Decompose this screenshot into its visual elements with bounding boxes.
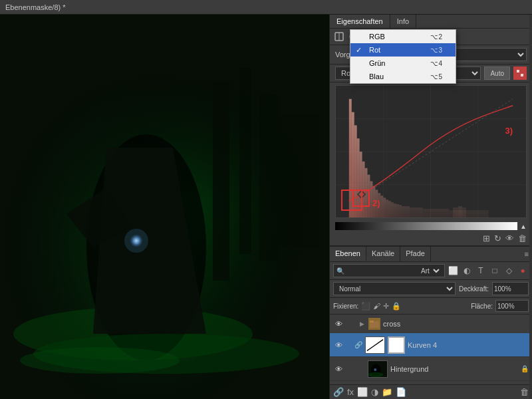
svg-rect-44 [383, 198, 386, 217]
folder-icon [369, 319, 380, 329]
svg-rect-34 [357, 138, 360, 217]
search-icon: 🔍 [336, 267, 344, 275]
layer-item-cross-group[interactable]: 👁 ▶ cross [330, 315, 532, 333]
svg-rect-38 [368, 175, 370, 217]
tab-pfade[interactable]: Pfade [400, 247, 431, 261]
eye-icon-cross[interactable]: 👁 [333, 319, 344, 329]
svg-rect-52 [410, 207, 423, 217]
chain-icon-kurven4[interactable]: 🔗 [354, 341, 362, 348]
svg-rect-40 [372, 186, 375, 217]
add-mask-icon[interactable]: ⬜ [357, 387, 368, 397]
layers-panel-menu[interactable]: ≡ [525, 250, 529, 258]
channel-dropdown[interactable]: RGB ⌥2 ✓ Rot ⌥3 Grün ⌥4 Blau ⌥5 [350, 29, 456, 84]
svg-rect-51 [402, 206, 410, 217]
toggle-filter-btn[interactable]: ● [517, 265, 529, 277]
svg-point-14 [20, 347, 180, 374]
scene-svg [0, 15, 329, 399]
right-panel: Eigenschaften Info RGB ⌥2 ✓ Rot ⌥3 [329, 15, 532, 399]
layers-header: Ebenen Kanäle Pfade ≡ [330, 247, 532, 262]
new-layer-icon[interactable]: 📄 [396, 387, 406, 397]
svg-rect-33 [354, 125, 357, 217]
document-title: Ebenenmaske/8) * [5, 3, 66, 11]
type-filter-btn[interactable]: T [475, 265, 487, 277]
fixieren-row: Fixieren: ⬛ 🖌 ✛ 🔒 Fläche: [330, 298, 532, 315]
svg-rect-57 [462, 207, 466, 217]
dropdown-item-gruen[interactable]: Grün ⌥4 [350, 57, 456, 70]
hintergrund-thumb [368, 360, 387, 378]
delete-layer-icon[interactable]: 🗑 [520, 387, 529, 397]
kind-select[interactable]: Art [417, 264, 442, 277]
svg-rect-63 [370, 321, 374, 323]
svg-rect-39 [370, 182, 372, 217]
lock-transparent-icon[interactable]: ⬛ [361, 302, 370, 311]
svg-rect-55 [453, 207, 458, 217]
blend-mode-select[interactable]: Normal [333, 282, 456, 295]
layer-item-hintergrund[interactable]: 👁 Hintergrund 🔒 [330, 357, 532, 381]
add-effect-icon[interactable]: fx [347, 387, 354, 397]
svg-rect-10 [239, 68, 251, 254]
layer-item-kurven4[interactable]: 👁 🔗 Kurven 4 [330, 333, 532, 357]
opacity-input[interactable] [492, 282, 529, 295]
layer-list: 👁 ▶ cross 👁 🔗 [330, 315, 532, 384]
trash-icon[interactable]: 🗑 [518, 233, 527, 243]
title-bar: Ebenenmaske/8) * [0, 0, 532, 15]
canvas-area [0, 15, 329, 399]
layers-toolbar: 🔍 Art ⬜ ◐ T □ ◇ ● [330, 262, 532, 280]
new-adjustment-icon[interactable]: ◑ [371, 387, 378, 397]
main-layout: Eigenschaften Info RGB ⌥2 ✓ Rot ⌥3 [0, 15, 532, 399]
adjustment-icon[interactable] [333, 31, 345, 43]
svg-point-67 [368, 372, 383, 376]
svg-point-68 [374, 368, 376, 371]
svg-rect-53 [423, 209, 450, 217]
corner-button[interactable] [513, 66, 527, 80]
auto-button[interactable]: Auto [484, 66, 510, 80]
svg-rect-35 [360, 152, 362, 217]
filter-search-input[interactable] [346, 267, 415, 275]
layers-panel: Ebenen Kanäle Pfade ≡ 🔍 Art [330, 247, 532, 399]
curves-editor[interactable]: 1) 2) 3) 4) 5) [335, 85, 527, 218]
lock-move-icon[interactable]: ✛ [383, 302, 389, 311]
layer-name-kurven4: Kurven 4 [408, 341, 529, 349]
refresh-icon[interactable]: ↻ [494, 233, 501, 243]
properties-panel: Eigenschaften Info RGB ⌥2 ✓ Rot ⌥3 [330, 15, 532, 247]
curves-svg [336, 86, 526, 217]
fixieren-label: Fixieren: [333, 303, 358, 310]
dropdown-item-rgb[interactable]: RGB ⌥2 [350, 30, 456, 43]
shape-filter-btn[interactable]: □ [489, 265, 501, 277]
link-layers-icon[interactable]: 🔗 [333, 387, 344, 397]
dropdown-item-blau[interactable]: Blau ⌥5 [350, 70, 456, 83]
search-wrap: 🔍 Art [333, 264, 445, 277]
new-group-icon[interactable]: 📁 [382, 387, 392, 397]
canvas-image [0, 15, 329, 399]
flaeche-input[interactable] [495, 300, 529, 312]
pixel-filter-btn[interactable]: ⬜ [447, 265, 459, 277]
svg-rect-11 [259, 94, 279, 261]
lock-all-icon[interactable]: 🔒 [392, 302, 401, 311]
svg-rect-49 [396, 204, 399, 217]
svg-rect-41 [375, 190, 378, 217]
mask-thumb-kurven4 [388, 336, 405, 354]
smart-filter-btn[interactable]: ◇ [503, 265, 515, 277]
tab-ebenen[interactable]: Ebenen [330, 247, 366, 261]
tab-info[interactable]: Info [390, 15, 416, 28]
adjustment-filter-btn[interactable]: ◐ [461, 265, 473, 277]
eye-visibility-icon[interactable]: 👁 [505, 233, 514, 243]
mask-panel-icon[interactable]: ⊞ [483, 233, 490, 243]
image-thumb-hintergrund [368, 360, 388, 378]
panel-icon-row: ⊞ ↻ 👁 🗑 [330, 231, 532, 246]
tab-kanaele[interactable]: Kanäle [366, 247, 400, 261]
svg-rect-50 [399, 205, 402, 217]
curves-triangle: ▲ [520, 223, 527, 230]
svg-rect-56 [458, 206, 462, 217]
eye-icon-kurven4[interactable]: 👁 [333, 340, 344, 350]
dropdown-item-rot[interactable]: ✓ Rot ⌥3 [350, 43, 456, 57]
opacity-label: Deckkraft: [459, 285, 489, 293]
eye-icon-hintergrund[interactable]: 👁 [333, 364, 344, 374]
svg-rect-46 [388, 201, 391, 217]
tab-eigenschaften[interactable]: Eigenschaften [330, 15, 390, 28]
svg-rect-43 [380, 196, 383, 217]
lock-paint-icon[interactable]: 🖌 [373, 302, 380, 310]
curves-bottom-bar: ▲ [330, 221, 532, 231]
svg-rect-9 [213, 81, 229, 281]
expand-arrow-cross[interactable]: ▶ [360, 321, 364, 327]
